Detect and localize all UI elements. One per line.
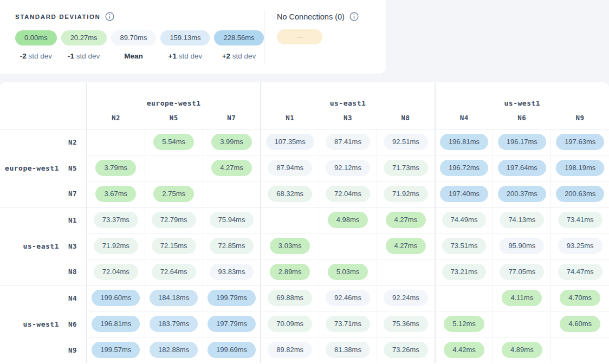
node-row-label: N2 [59, 138, 86, 146]
latency-cell: 197.40ms [435, 181, 493, 207]
latency-cell: 92.46ms [319, 285, 377, 311]
latency-cell: 73.51ms [435, 233, 493, 259]
node-row-label: N5 [59, 164, 86, 172]
region-column-header: us-east1 [261, 82, 435, 113]
latency-cell: 69.88ms [261, 285, 319, 311]
latency-pill: 73.71ms [326, 316, 370, 332]
latency-pill: 75.94ms [210, 212, 254, 228]
self-latency-cell [493, 311, 551, 337]
node-column-header: N8 [377, 113, 435, 129]
latency-pill: 3.67ms [95, 186, 136, 202]
row-header: N7 [0, 181, 87, 207]
latency-pill: 196.17ms [498, 134, 546, 150]
latency-cell: 199.69ms [203, 337, 261, 363]
node-column-header: N2 [87, 113, 145, 129]
latency-cell: 198.19ms [551, 155, 609, 181]
latency-cell: 73.21ms [435, 259, 493, 285]
latency-pill: 92.51ms [384, 134, 428, 150]
latency-pill: 73.37ms [94, 212, 138, 228]
self-latency-cell [261, 207, 319, 233]
latency-cell: 73.37ms [87, 207, 145, 233]
node-column-header: N7 [203, 113, 261, 129]
latency-cell: 87.94ms [261, 155, 319, 181]
latency-pill: 200.63ms [556, 186, 604, 202]
latency-cell: 92.51ms [377, 129, 435, 155]
latency-pill: 4.70ms [560, 290, 600, 306]
latency-cell: 4.70ms [551, 285, 609, 311]
latency-cell: 71.92ms [87, 233, 145, 259]
latency-pill: 3.03ms [270, 238, 310, 254]
self-latency-cell [551, 337, 609, 363]
legend-item: 20.27ms-1 std dev [61, 30, 107, 60]
latency-cell: 89.82ms [261, 337, 319, 363]
latency-pill: 182.88ms [150, 342, 198, 358]
latency-pill: 72.85ms [210, 238, 254, 254]
latency-pill: 198.19ms [556, 160, 604, 176]
latency-pill: 4.27ms [386, 212, 426, 228]
no-connections-pill: -- [277, 29, 322, 44]
latency-cell: 196.81ms [87, 311, 145, 337]
row-header: N2 [0, 129, 87, 155]
latency-pill: 92.12ms [326, 160, 370, 176]
latency-pill: 196.81ms [92, 316, 140, 332]
row-header: europe-west1N5 [0, 155, 87, 181]
latency-cell: 4.27ms [377, 207, 435, 233]
latency-cell: 72.79ms [145, 207, 203, 233]
latency-cell: 70.09ms [261, 311, 319, 337]
latency-cell: 199.79ms [203, 285, 261, 311]
node-column-header: N9 [551, 113, 609, 129]
row-header: us-east1N3 [0, 233, 87, 259]
latency-pill: 3.79ms [95, 160, 136, 176]
latency-cell: 4.89ms [493, 337, 551, 363]
latency-cell: 72.85ms [203, 233, 261, 259]
latency-cell: 72.04ms [319, 181, 377, 207]
latency-pill: 199.79ms [208, 290, 256, 306]
latency-pill: 71.73ms [384, 160, 428, 176]
legend-divider [264, 10, 264, 64]
region-row-label: us-west1 [0, 320, 59, 328]
latency-cell: 81.38ms [319, 337, 377, 363]
legend-card: STANDARD DEVIATION 0.00ms-2 std dev20.27… [0, 0, 386, 74]
latency-cell: 73.26ms [377, 337, 435, 363]
latency-cell: 72.15ms [145, 233, 203, 259]
latency-cell: 3.99ms [203, 129, 261, 155]
latency-cell: 72.04ms [87, 259, 145, 285]
latency-pill: 197.40ms [440, 186, 488, 202]
node-row-label: N9 [59, 346, 86, 354]
no-connections-legend: No Connections (0) -- [277, 12, 359, 44]
row-header: N4 [0, 285, 87, 311]
latency-pill: 74.49ms [442, 212, 487, 228]
latency-cell: 4.98ms [319, 207, 377, 233]
legend-pill: 159.13ms [160, 30, 210, 46]
latency-cell: 196.72ms [435, 155, 493, 181]
region-column-header: europe-west1 [87, 82, 261, 113]
latency-cell: 196.17ms [493, 129, 551, 155]
self-latency-cell [319, 233, 377, 259]
node-column-header: N6 [493, 113, 551, 129]
info-icon[interactable] [105, 12, 114, 21]
latency-pill: 81.38ms [326, 342, 370, 358]
latency-cell: 182.88ms [145, 337, 203, 363]
latency-pill: 197.79ms [208, 316, 256, 332]
latency-cell: 196.81ms [435, 129, 493, 155]
info-icon[interactable] [349, 12, 359, 21]
latency-pill: 72.64ms [152, 264, 196, 280]
latency-pill: 196.72ms [440, 160, 488, 176]
latency-pill: 73.51ms [442, 238, 487, 254]
node-column-header: N4 [435, 113, 493, 129]
node-row-label: N3 [59, 242, 86, 250]
self-latency-cell [203, 181, 261, 207]
legend-label: +2 std dev [222, 52, 256, 60]
latency-pill: 73.26ms [384, 342, 428, 358]
legend-item: 89.70msMean [111, 30, 157, 60]
latency-cell: 4.11ms [493, 285, 551, 311]
legend-label: Mean [124, 52, 143, 60]
latency-pill: 5.12ms [444, 316, 484, 332]
latency-cell: 74.49ms [435, 207, 493, 233]
latency-pill: 72.79ms [152, 212, 196, 228]
latency-pill: 3.99ms [211, 134, 252, 150]
latency-matrix-card: europe-west1us-east1us-west1N2N5N7N1N3N8… [0, 82, 609, 364]
latency-cell: 93.25ms [551, 233, 609, 259]
no-connections-title: No Connections (0) [277, 12, 345, 21]
self-latency-cell [435, 285, 493, 311]
